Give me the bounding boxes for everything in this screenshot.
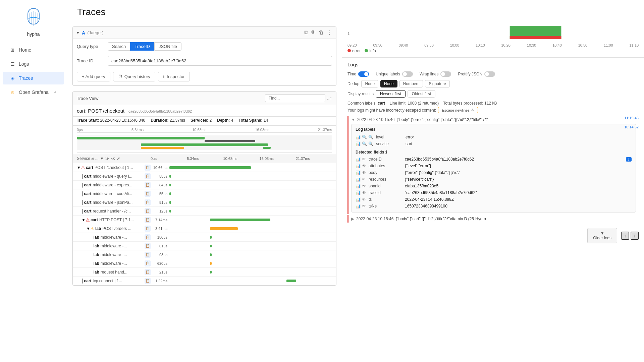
span-row-service-area: ▼ ⚠ lab POST /orders ... 📋 — [77, 226, 151, 232]
span-row-service-area: │ cart middleware - query i... 📋 — [77, 173, 151, 179]
wrap-lines-switch[interactable] — [440, 71, 451, 77]
scroll-down-btn[interactable]: ↑ — [631, 232, 639, 240]
eye-icon-6[interactable]: 👁 — [362, 190, 366, 195]
span-duration: 84μs — [151, 183, 167, 187]
span-action-icon[interactable]: 📋 — [145, 226, 151, 232]
sidebar-item-logs[interactable]: ☰ Logs — [3, 58, 64, 70]
tab-json[interactable]: JSON file — [154, 42, 181, 51]
find-input[interactable] — [265, 94, 325, 102]
field-key-body: body — [369, 170, 402, 175]
bar-chart-icon-2[interactable]: 📊 — [356, 141, 361, 146]
dedup-btn-numbers[interactable]: Numbers — [399, 80, 423, 87]
span-action-icon[interactable]: 📋 — [145, 278, 151, 284]
tab-search[interactable]: Search — [108, 42, 130, 51]
sidebar-item-traces[interactable]: ◈ Traces — [3, 72, 64, 84]
span-row-service-area: │ cart middleware - jsonPa... 📋 — [77, 199, 151, 205]
eye-icon-7[interactable]: 👁 — [362, 197, 366, 202]
span-op: tcp.connect | 1... — [93, 279, 122, 283]
trace-view: Trace View ↓ ↑ cart: POST /checkout cae2… — [72, 91, 336, 286]
eye-icon-2[interactable]: 👁 — [362, 164, 366, 168]
span-line: │ — [82, 209, 84, 214]
eye-icon-5[interactable]: 👁 — [362, 184, 366, 188]
span-action-icon[interactable]: 📋 — [145, 269, 151, 275]
add-query-button[interactable]: + Add query — [77, 72, 110, 81]
table-row: │ cart middleware - jsonPa... 📋 51μs — [73, 198, 336, 207]
tab-traceid[interactable]: TraceID — [130, 42, 154, 51]
trash-icon[interactable]: 🗑 — [319, 29, 324, 36]
bar-icon-8[interactable]: 📊 — [356, 204, 361, 208]
field-val-ts: 2022-04-23T14:15:46.398Z — [405, 197, 632, 202]
trace-id-input[interactable] — [108, 56, 332, 66]
span-action-icon[interactable]: 📋 — [145, 199, 151, 205]
span-row-service-area: │ cart request handler - /c... 📋 — [77, 208, 151, 214]
collapse-icon[interactable]: ▼ — [100, 156, 104, 161]
escape-warning: Your logs might have incorrectly escaped… — [347, 107, 639, 113]
dedup-btn-signature[interactable]: Signature — [425, 80, 449, 87]
span-action-icon[interactable]: 📋 — [145, 252, 151, 258]
bar-icon-2[interactable]: 📊 — [356, 164, 361, 168]
error-icon: ⚠ — [81, 165, 85, 170]
collapse-all-icon[interactable]: ≪ — [111, 156, 115, 161]
escape-newlines-btn[interactable]: Escape newlines ⚠ — [438, 107, 478, 113]
bar-icon-6[interactable]: 📊 — [356, 190, 361, 195]
zoom-plus-icon-2[interactable]: 🔍 — [362, 141, 367, 146]
expand-toggle[interactable]: ▼ — [77, 165, 81, 170]
span-bar-area — [169, 226, 332, 231]
prettify-json-switch[interactable] — [484, 71, 495, 77]
eye-icon-3[interactable]: 👁 — [362, 170, 366, 175]
eye-icon[interactable]: 👁 — [311, 29, 316, 36]
copy-icon[interactable]: ⧉ — [304, 29, 308, 36]
span-op: HTTP POST | 7.1... — [99, 218, 134, 222]
span-action-icon[interactable]: 📋 — [145, 208, 151, 214]
more-icon[interactable]: ⋮ — [327, 29, 332, 36]
chart-bar-count: 1 — [347, 25, 639, 42]
older-logs-btn[interactable]: ▼ Older logs — [587, 228, 617, 243]
field-row-body: 📊 👁 body {"error":{"config":{"data":"[{\… — [356, 169, 632, 176]
span-action-icon[interactable]: 📋 — [145, 165, 151, 171]
query-history-button[interactable]: ⏱ Query history — [113, 72, 155, 81]
eye-icon-8[interactable]: 👁 — [362, 204, 366, 208]
find-down-arrow[interactable]: ↓ — [327, 96, 329, 101]
zoom-minus-icon[interactable]: 🔍 — [368, 135, 373, 139]
zoom-minus-icon-2[interactable]: 🔍 — [368, 141, 373, 146]
scroll-up-btn[interactable]: ↑ — [621, 232, 629, 240]
span-action-icon[interactable]: 📋 — [145, 243, 151, 249]
field-key-tsns: tsNs — [369, 204, 402, 208]
bar-icon-1[interactable]: 📊 — [356, 157, 361, 162]
unique-labels-switch[interactable] — [402, 71, 413, 77]
bar-icon-4[interactable]: 📊 — [356, 177, 361, 182]
dedup-btn-none[interactable]: None — [361, 80, 378, 87]
find-up-arrow[interactable]: ↑ — [330, 96, 332, 101]
table-row: │ lab request hand... 📋 21μs — [73, 268, 336, 277]
eye-icon-4[interactable]: 👁 — [362, 177, 366, 182]
trace-id-label: Trace ID — [77, 58, 104, 63]
field-copy-btn-traceid[interactable]: c — [626, 157, 632, 162]
span-action-icon[interactable]: 📋 — [145, 260, 151, 266]
zoom-plus-icon[interactable]: 🔍 — [362, 135, 367, 139]
eye-icon-1[interactable]: 👁 — [362, 157, 366, 162]
span-bar — [210, 262, 212, 265]
bar-chart-icon[interactable]: 📊 — [356, 135, 361, 139]
span-bar — [169, 210, 171, 213]
sidebar-item-open-grafana[interactable]: ⎋ Open Grafana ↗ — [3, 86, 64, 99]
expand-all-icon[interactable]: ≫ — [105, 156, 110, 161]
log-entry-2-header[interactable]: ▶ 2022-04-23 10:15:46 {"body":{"cart":[{… — [351, 217, 636, 221]
span-action-icon[interactable]: 📋 — [145, 234, 151, 240]
sidebar-item-home[interactable]: ⊞ Home — [3, 44, 64, 56]
span-action-icon[interactable]: 📋 — [145, 173, 151, 179]
log-entry-1-header[interactable]: ▼ 2022-04-23 10:15:46 {"body":{"error":{… — [351, 117, 636, 122]
dedup-btn-exact[interactable]: None — [380, 80, 397, 87]
query-collapse-btn[interactable]: ▾ — [77, 30, 79, 35]
span-action-icon[interactable]: 📋 — [145, 191, 151, 197]
bar-icon-7[interactable]: 📊 — [356, 197, 361, 202]
time-toggle-switch[interactable] — [358, 71, 369, 77]
newest-first-btn[interactable]: Newest first — [376, 90, 406, 98]
inspector-button[interactable]: ℹ Inspector — [158, 72, 190, 81]
field-icons-3: 📊 👁 — [356, 170, 366, 175]
span-action-icon[interactable]: 📋 — [145, 182, 151, 188]
span-action-icon[interactable]: 📋 — [145, 217, 151, 223]
bar-icon-5[interactable]: 📊 — [356, 184, 361, 188]
expand-icon[interactable]: ⤢ — [117, 156, 120, 161]
oldest-first-btn[interactable]: Oldest first — [408, 90, 435, 98]
bar-icon-3[interactable]: 📊 — [356, 170, 361, 175]
